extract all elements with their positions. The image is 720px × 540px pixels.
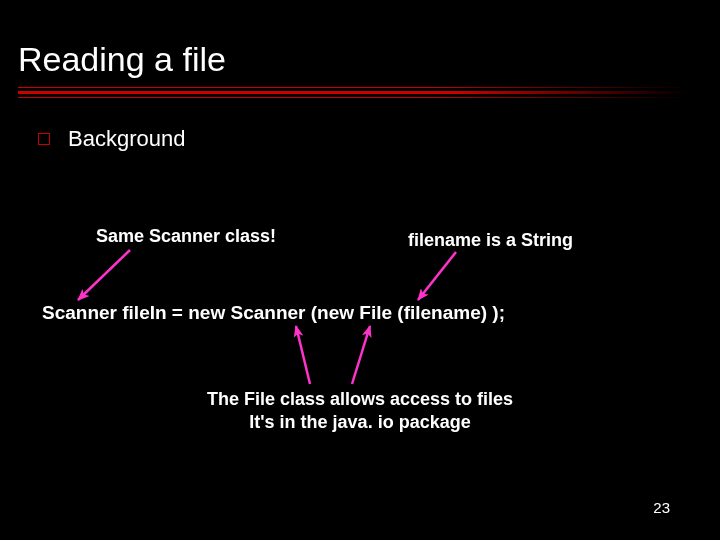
rule-line — [18, 97, 690, 98]
title-block: Reading a file — [18, 40, 690, 98]
rule-line — [18, 87, 690, 88]
slide-title: Reading a file — [18, 40, 690, 79]
square-bullet-icon — [38, 133, 50, 145]
bullet-label: Background — [68, 126, 185, 152]
note-line-1: The File class allows access to files — [207, 389, 513, 409]
arrow-icon — [296, 326, 310, 384]
rule-line — [18, 91, 690, 94]
arrow-icon — [418, 252, 456, 300]
slide: Reading a file Background Same Scanner c… — [0, 0, 720, 540]
arrow-icon — [352, 326, 370, 384]
code-line: Scanner fileIn = new Scanner (new File (… — [42, 302, 505, 324]
callout-scanner: Same Scanner class! — [96, 226, 276, 247]
note-line-2: It's in the java. io package — [249, 412, 470, 432]
bullet-item: Background — [38, 126, 185, 152]
file-class-note: The File class allows access to files It… — [0, 388, 720, 433]
arrow-icon — [78, 250, 130, 300]
title-underline — [18, 87, 690, 98]
callout-filename: filename is a String — [408, 230, 573, 251]
page-number: 23 — [653, 499, 670, 516]
